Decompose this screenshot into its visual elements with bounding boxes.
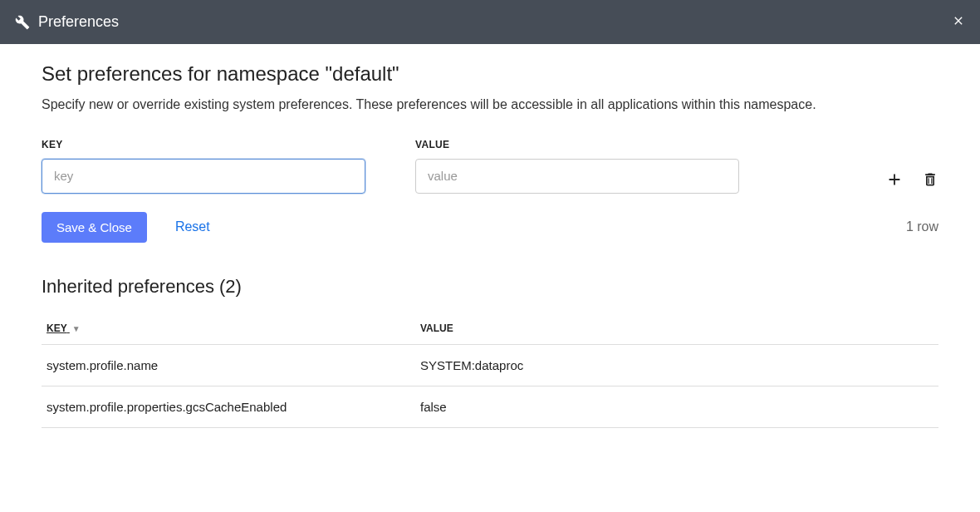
value-label: VALUE	[415, 139, 739, 150]
reset-link[interactable]: Reset	[175, 219, 210, 234]
action-row: Save & Close Reset 1 row	[42, 212, 938, 243]
column-header-key[interactable]: KEY ▼	[42, 316, 415, 345]
value-input[interactable]	[415, 159, 739, 194]
svg-rect-1	[931, 178, 932, 184]
table-cell-key: system.profile.name	[42, 344, 415, 386]
wrench-icon	[15, 15, 30, 30]
table-row: system.profile.properties.gcsCacheEnable…	[42, 386, 938, 427]
inherited-table: KEY ▼ VALUE system.profile.name SYSTEM:d…	[42, 316, 938, 428]
modal-title: Preferences	[38, 13, 952, 31]
page-title: Set preferences for namespace "default"	[42, 62, 938, 86]
column-header-value[interactable]: VALUE	[415, 316, 938, 345]
key-input[interactable]	[42, 159, 365, 194]
save-close-button[interactable]: Save & Close	[42, 212, 147, 243]
caret-down-icon: ▼	[72, 324, 81, 333]
column-header-key-label: KEY	[47, 322, 66, 334]
close-icon[interactable]	[952, 12, 965, 32]
table-row: system.profile.name SYSTEM:dataproc	[42, 344, 938, 386]
table-cell-value: SYSTEM:dataproc	[415, 344, 938, 386]
preferences-form-row: KEY VALUE	[42, 139, 938, 194]
modal-content: Set preferences for namespace "default" …	[0, 44, 980, 446]
value-field-group: VALUE	[415, 139, 739, 194]
plus-icon[interactable]	[885, 170, 904, 189]
page-description: Specify new or override existing system …	[42, 94, 938, 116]
table-cell-key: system.profile.properties.gcsCacheEnable…	[42, 386, 415, 427]
trash-icon[interactable]	[922, 170, 938, 189]
inherited-title: Inherited preferences (2)	[42, 276, 938, 298]
modal-header: Preferences	[0, 0, 980, 44]
key-label: KEY	[42, 139, 365, 150]
svg-rect-0	[929, 178, 929, 184]
key-field-group: KEY	[42, 139, 365, 194]
table-cell-value: false	[415, 386, 938, 427]
column-header-value-label: VALUE	[420, 322, 453, 334]
row-count: 1 row	[906, 219, 938, 234]
row-actions	[885, 170, 938, 194]
